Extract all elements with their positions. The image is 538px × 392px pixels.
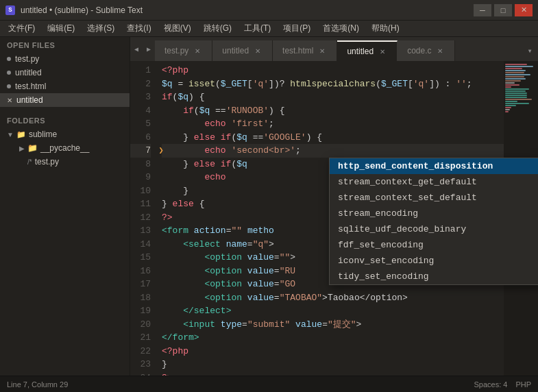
tab-close-testpy[interactable]: ✕ <box>193 46 202 56</box>
tab-label-untitled1: untitled <box>222 46 249 56</box>
file-dot-icon <box>7 84 11 88</box>
maximize-button[interactable]: □ <box>494 4 512 16</box>
close-button[interactable]: ✕ <box>515 4 533 16</box>
folder-file-testpy[interactable]: /* test.py <box>0 155 130 169</box>
status-bar: Line 7, Column 29 Spaces: 4 PHP <box>0 376 538 392</box>
autocomplete-item-5[interactable]: fdf_set_encoding <box>330 237 538 253</box>
code-editor: 12345 678910 1112131415 1617181920 21222… <box>130 61 538 376</box>
autocomplete-item-3[interactable]: stream_encoding <box>330 206 538 221</box>
menu-item-p[interactable]: 项目(P) <box>278 21 316 36</box>
sidebar-item-untitled1[interactable]: untitled <box>0 66 130 79</box>
tab-close-untitled2[interactable]: ✕ <box>378 47 387 56</box>
breakpoint-arrow-icon: ❯ <box>156 144 166 158</box>
status-spaces: Spaces: 4 <box>474 380 507 389</box>
chevron-right-icon: ▶ <box>19 145 25 152</box>
status-right: Spaces: 4 PHP <box>474 380 531 389</box>
code-line-6: } else if($q =='GOOGLE') { <box>162 131 504 145</box>
code-line-18: <option value="TAOBAO">Taobao</option> <box>162 291 504 305</box>
autocomplete-item-4[interactable]: sqlite_udf_decode_binary <box>330 221 538 237</box>
autocomplete-item-2[interactable]: stream_context_set_default <box>330 190 538 206</box>
sidebar-item-testpy[interactable]: test.py <box>0 52 130 66</box>
folder-name-sublime: sublime <box>29 130 57 139</box>
menu-item-t[interactable]: 工具(T) <box>239 21 276 36</box>
minimap-content <box>504 61 538 116</box>
status-position: Line 7, Column 29 <box>7 380 68 389</box>
tab-close-codec[interactable]: ✕ <box>435 46 445 56</box>
subfolder-pycache[interactable]: ▶ 📁 __pycache__ <box>0 141 130 155</box>
code-line-24: ?> <box>162 371 504 376</box>
code-line-1: <?php <box>162 64 504 77</box>
close-icon[interactable]: ✕ <box>7 97 12 104</box>
sidebar: OPEN FILES test.py untitled test.html ✕ … <box>0 37 130 376</box>
main-layout: OPEN FILES test.py untitled test.html ✕ … <box>0 37 538 376</box>
sidebar-file-untitled1: untitled <box>15 68 42 77</box>
title-bar: S untitled • (sublime) - Sublime Text ─ … <box>0 0 538 21</box>
title-bar-left: S untitled • (sublime) - Sublime Text <box>5 5 143 15</box>
code-line-2: $q = isset($_GET['q'])? htmlspecialchars… <box>162 77 504 91</box>
menu-item-f[interactable]: 文件(F) <box>3 21 40 36</box>
subfolder-icon: 📁 <box>27 143 38 153</box>
tab-label-untitled2: untitled <box>347 47 374 56</box>
tab-close-testhtml[interactable]: ✕ <box>317 46 327 56</box>
file-name-testpy: test.py <box>35 157 59 167</box>
window-title: untitled • (sublime) - Sublime Text <box>21 5 143 15</box>
code-line-21: </form> <box>162 331 504 345</box>
code-line-3: if($q) { <box>162 90 504 104</box>
editor-area: ◀ ▶ test.py ✕ untitled ✕ test.html ✕ unt… <box>130 37 538 376</box>
menu-bar: 文件(F)编辑(E)选择(S)查找(I)视图(V)跳转(G)工具(T)项目(P)… <box>0 21 538 37</box>
file-dot-icon <box>7 71 11 75</box>
tab-overflow-button[interactable]: ▾ <box>522 40 538 61</box>
line-numbers: 12345 678910 1112131415 1617181920 21222… <box>130 61 156 376</box>
sidebar-item-testhtml[interactable]: test.html <box>0 79 130 93</box>
code-line-23: } <box>162 358 504 371</box>
menu-item-s[interactable]: 选择(S) <box>82 21 120 36</box>
autocomplete-dropdown[interactable]: http_send_content_disposition stream_con… <box>329 158 538 285</box>
menu-item-v[interactable]: 视图(V) <box>158 21 197 36</box>
tab-untitled2[interactable]: untitled ✕ <box>337 40 398 61</box>
menu-item-g[interactable]: 跳转(G) <box>198 21 237 36</box>
status-encoding: PHP <box>515 380 531 389</box>
code-line-22: <?php <box>162 345 504 358</box>
folder-sublime[interactable]: ▼ 📁 sublime <box>0 127 130 141</box>
open-files-label: OPEN FILES <box>0 37 130 52</box>
file-dot-icon <box>7 57 11 61</box>
menu-item-h[interactable]: 帮助(H) <box>366 21 405 36</box>
folder-icon: 📁 <box>16 130 26 139</box>
chevron-down-icon: ▼ <box>7 131 14 138</box>
tab-label-testpy: test.py <box>164 46 188 56</box>
tab-label-codec: code.c <box>407 46 431 56</box>
folders-section: FOLDERS ▼ 📁 sublime ▶ 📁 __pycache__ /* t… <box>0 112 130 169</box>
app-icon: S <box>5 5 15 15</box>
menu-item-n[interactable]: 首选项(N) <box>317 21 365 36</box>
code-line-7: echo 'second<br>'; <box>162 144 504 158</box>
code-line-4: if($q =='RUNOOB') { <box>162 104 504 118</box>
tab-label-testhtml: test.html <box>282 46 313 56</box>
code-line-20: <input type="submit" value="提交"> <box>162 318 504 332</box>
sidebar-item-untitled2[interactable]: ✕ untitled <box>0 93 130 107</box>
autocomplete-item-1[interactable]: stream_context_get_default <box>330 174 538 190</box>
subfolder-name: __pycache__ <box>40 143 89 153</box>
autocomplete-item-7[interactable]: tidy_set_encoding <box>330 269 538 284</box>
autocomplete-item-0[interactable]: http_send_content_disposition <box>330 158 538 174</box>
menu-item-e[interactable]: 编辑(E) <box>42 21 80 36</box>
window-controls: ─ □ ✕ <box>474 4 533 16</box>
code-line-5: echo 'first'; <box>162 117 504 131</box>
folders-label: FOLDERS <box>0 112 130 127</box>
status-left: Line 7, Column 29 <box>7 380 68 389</box>
tab-testpy[interactable]: test.py ✕ <box>155 40 212 61</box>
tab-codec[interactable]: code.c ✕ <box>398 40 455 61</box>
tab-next-button[interactable]: ▶ <box>143 37 155 61</box>
tab-nav: ◀ ▶ <box>130 37 155 61</box>
sidebar-file-testpy: test.py <box>15 54 39 64</box>
tab-close-untitled1[interactable]: ✕ <box>253 46 262 56</box>
code-line-19: </select> <box>162 304 504 318</box>
tab-testhtml[interactable]: test.html ✕ <box>273 40 337 61</box>
sidebar-file-testhtml: test.html <box>15 82 46 91</box>
autocomplete-item-6[interactable]: iconv_set_encoding <box>330 253 538 269</box>
sidebar-file-untitled2: untitled <box>16 95 43 105</box>
tab-bar-container: ◀ ▶ test.py ✕ untitled ✕ test.html ✕ unt… <box>130 37 538 61</box>
menu-item-i[interactable]: 查找(I) <box>121 21 156 36</box>
tab-prev-button[interactable]: ◀ <box>130 37 143 61</box>
tab-untitled1[interactable]: untitled ✕ <box>212 40 273 61</box>
minimize-button[interactable]: ─ <box>474 4 491 16</box>
